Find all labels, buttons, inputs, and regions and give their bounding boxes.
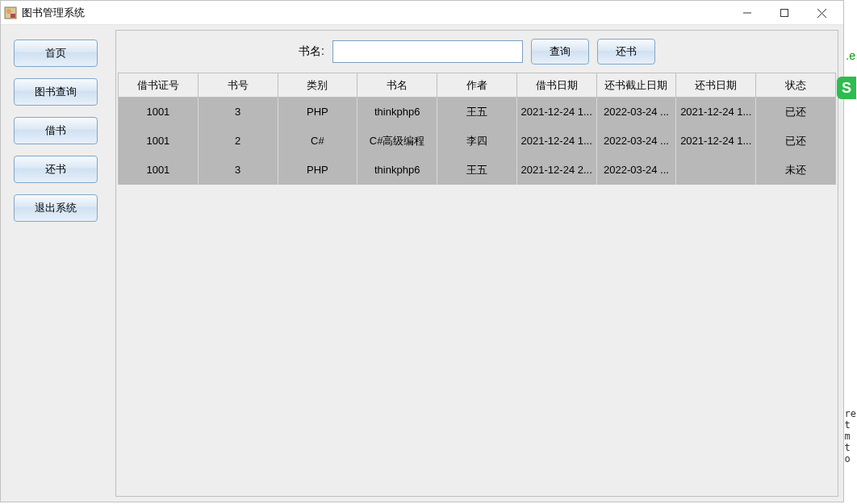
- col-due[interactable]: 还书截止日期: [596, 73, 676, 98]
- cell-author[interactable]: 王五: [437, 98, 517, 127]
- sidebar-item-label: 还书: [45, 162, 66, 177]
- sidebar-item-label: 退出系统: [35, 201, 77, 215]
- col-category[interactable]: 类别: [278, 73, 357, 98]
- cell-due[interactable]: 2022-03-24 ...: [596, 156, 676, 185]
- sidebar: 首页 图书查询 借书 还书 退出系统: [1, 25, 111, 502]
- cell-card[interactable]: 1001: [119, 98, 199, 127]
- cell-returned[interactable]: 2021-12-24 1...: [676, 127, 756, 156]
- col-status[interactable]: 状态: [756, 73, 836, 98]
- main-area: 书名: 查询 还书 借书证号 书号 类别 书名 作者: [111, 25, 843, 502]
- cell-card[interactable]: 1001: [119, 156, 199, 185]
- cell-category[interactable]: C#: [278, 127, 357, 156]
- button-label: 还书: [616, 44, 637, 59]
- table-row[interactable]: 1001 2 C# C#高级编程 李四 2021-12-24 1... 2022…: [119, 127, 836, 156]
- cell-status[interactable]: 已还: [756, 98, 836, 127]
- content-area: 首页 图书查询 借书 还书 退出系统 书名: 查询 还书 借书证号: [1, 25, 843, 502]
- cell-borrow[interactable]: 2021-12-24 1...: [516, 98, 596, 127]
- cell-bookno[interactable]: 3: [198, 156, 278, 185]
- records-table[interactable]: 借书证号 书号 类别 书名 作者 借书日期 还书截止日期 还书日期 状态: [118, 73, 836, 185]
- close-button[interactable]: [803, 1, 840, 25]
- cell-returned[interactable]: [676, 156, 756, 185]
- app-icon: [4, 6, 17, 19]
- cell-name[interactable]: C#高级编程: [357, 127, 437, 156]
- table-area: 借书证号 书号 类别 书名 作者 借书日期 还书截止日期 还书日期 状态: [118, 73, 836, 494]
- window-title: 图书管理系统: [22, 6, 729, 20]
- sidebar-item-book-query[interactable]: 图书查询: [14, 78, 98, 106]
- cell-card[interactable]: 1001: [119, 127, 199, 156]
- cell-author[interactable]: 王五: [437, 156, 517, 185]
- cell-bookno[interactable]: 2: [198, 127, 278, 156]
- return-book-button[interactable]: 还书: [597, 39, 655, 65]
- sidebar-item-label: 首页: [45, 46, 66, 60]
- search-input[interactable]: [332, 40, 523, 63]
- cell-category[interactable]: PHP: [278, 156, 357, 185]
- col-borrow[interactable]: 借书日期: [516, 73, 596, 98]
- query-button[interactable]: 查询: [531, 39, 589, 65]
- cell-borrow[interactable]: 2021-12-24 2...: [516, 156, 596, 185]
- col-card[interactable]: 借书证号: [119, 73, 199, 98]
- cell-category[interactable]: PHP: [278, 98, 357, 127]
- search-bar: 书名: 查询 还书: [116, 31, 838, 73]
- table-row[interactable]: 1001 3 PHP thinkphp6 王五 2021-12-24 2... …: [119, 156, 836, 185]
- col-author[interactable]: 作者: [437, 73, 517, 98]
- svg-rect-4: [781, 10, 788, 17]
- edge-text: .e: [846, 49, 855, 62]
- titlebar[interactable]: 图书管理系统: [1, 1, 843, 25]
- col-name[interactable]: 书名: [357, 73, 437, 98]
- minimize-button[interactable]: [729, 1, 766, 25]
- search-label: 书名:: [299, 44, 324, 59]
- cell-due[interactable]: 2022-03-24 ...: [596, 98, 676, 127]
- table-header-row: 借书证号 书号 类别 书名 作者 借书日期 还书截止日期 还书日期 状态: [119, 73, 836, 98]
- cell-borrow[interactable]: 2021-12-24 1...: [516, 127, 596, 156]
- button-label: 查询: [550, 44, 571, 59]
- sidebar-item-return[interactable]: 还书: [14, 156, 98, 183]
- table-row[interactable]: 1001 3 PHP thinkphp6 王五 2021-12-24 1... …: [119, 98, 836, 127]
- cell-due[interactable]: 2022-03-24 ...: [596, 127, 676, 156]
- cell-status[interactable]: 已还: [756, 127, 836, 156]
- window-controls: [729, 1, 840, 24]
- edge-badge-icon: S: [837, 77, 856, 99]
- sidebar-item-label: 图书查询: [35, 85, 77, 99]
- cell-name[interactable]: thinkphp6: [357, 98, 437, 127]
- cell-name[interactable]: thinkphp6: [357, 156, 437, 185]
- cell-author[interactable]: 李四: [437, 127, 517, 156]
- edge-code-fragment: re t m t o: [845, 408, 856, 464]
- cell-returned[interactable]: 2021-12-24 1...: [676, 98, 756, 127]
- svg-point-1: [6, 9, 11, 14]
- sidebar-item-borrow[interactable]: 借书: [14, 117, 98, 144]
- sidebar-item-home[interactable]: 首页: [14, 40, 98, 67]
- app-window: 图书管理系统 首页 图书查询 借书 还书 退出系统 书名:: [0, 0, 844, 502]
- col-returned[interactable]: 还书日期: [676, 73, 756, 98]
- cell-status[interactable]: 未还: [756, 156, 836, 185]
- col-bookno[interactable]: 书号: [198, 73, 278, 98]
- sidebar-item-exit[interactable]: 退出系统: [14, 194, 98, 222]
- svg-rect-2: [10, 14, 15, 18]
- maximize-button[interactable]: [766, 1, 803, 25]
- cell-bookno[interactable]: 3: [198, 98, 278, 127]
- main-panel: 书名: 查询 还书 借书证号 书号 类别 书名 作者: [115, 30, 838, 497]
- sidebar-item-label: 借书: [45, 123, 66, 138]
